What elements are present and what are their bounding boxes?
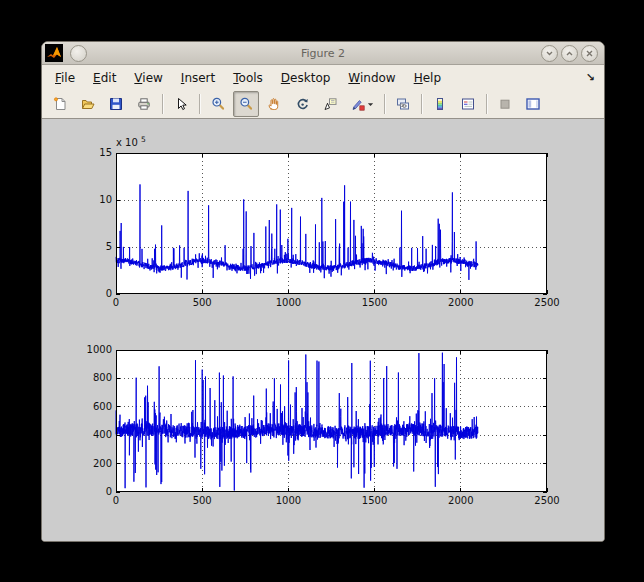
window-title: Figure 2 <box>42 47 604 60</box>
menubar: File Edit View Insert Tools Desktop Wind… <box>42 65 604 90</box>
zoom-out-icon <box>238 96 254 112</box>
insert-colorbar-icon <box>432 96 448 112</box>
toolbar-separator <box>486 94 487 114</box>
x-tick-label: 1500 <box>355 297 395 309</box>
data-cursor-icon <box>322 96 338 112</box>
menu-insert[interactable]: Insert <box>172 68 224 88</box>
dock-figure-arrow-icon[interactable]: ↘ <box>586 71 595 84</box>
print-figure-icon <box>136 96 152 112</box>
save-figure-button[interactable] <box>103 91 129 117</box>
pan-button[interactable] <box>261 91 287 117</box>
menu-view[interactable]: View <box>125 68 171 88</box>
show-plot-tools-icon <box>525 96 541 112</box>
x-tick-label: 2500 <box>527 297 567 309</box>
figure-canvas: 05001000150020002500051015x 10 5 0500100… <box>42 119 604 541</box>
top-plot[interactable]: 05001000150020002500051015x 10 5 <box>116 153 547 294</box>
menu-window[interactable]: Window <box>339 68 404 88</box>
link-plots-icon <box>395 96 411 112</box>
x-tick-label: 2500 <box>527 495 567 507</box>
figure-window: Figure 2 File Edit View <box>41 41 605 542</box>
x-tick-label: 500 <box>182 297 222 309</box>
x-tick-label: 2000 <box>441 297 481 309</box>
x-tick-label: 500 <box>182 495 222 507</box>
rotate-3d-button[interactable] <box>289 91 315 117</box>
titlebar[interactable]: Figure 2 <box>42 42 604 65</box>
y-axis-exponent-label: x 10 5 <box>116 135 146 148</box>
data-cursor-button[interactable] <box>317 91 343 117</box>
toolbar-separator <box>384 94 385 114</box>
figure-toolbar <box>42 90 604 119</box>
x-tick-label: 2000 <box>441 495 481 507</box>
insert-legend-icon <box>460 96 476 112</box>
y-tick-label: 600 <box>78 401 112 413</box>
y-tick-label: 800 <box>78 372 112 384</box>
insert-colorbar-button[interactable] <box>427 91 453 117</box>
open-file-button[interactable] <box>75 91 101 117</box>
pan-icon <box>266 96 282 112</box>
zoom-in-button[interactable] <box>205 91 231 117</box>
print-figure-button[interactable] <box>131 91 157 117</box>
link-plots-button[interactable] <box>390 91 416 117</box>
brush-data-icon <box>350 96 366 112</box>
y-tick-label: 15 <box>78 147 112 159</box>
save-figure-icon <box>108 96 124 112</box>
bottom-plot[interactable]: 0500100015002000250002004006008001000 <box>116 350 547 492</box>
dropdown-arrow-icon[interactable] <box>367 101 374 108</box>
screenshot-background: Figure 2 File Edit View <box>0 0 644 582</box>
y-tick-label: 5 <box>78 241 112 253</box>
zoom-in-icon <box>210 96 226 112</box>
brush-data-button[interactable] <box>345 91 379 117</box>
y-tick-label: 0 <box>78 288 112 300</box>
x-tick-label: 1000 <box>268 495 308 507</box>
rotate-3d-icon <box>294 96 310 112</box>
y-tick-label: 200 <box>78 458 112 470</box>
y-tick-label: 0 <box>78 486 112 498</box>
y-tick-label: 400 <box>78 429 112 441</box>
edit-plot-button[interactable] <box>168 91 194 117</box>
new-figure-icon <box>52 96 68 112</box>
menu-tools[interactable]: Tools <box>224 68 272 88</box>
hide-plot-tools-icon <box>497 96 513 112</box>
menu-file[interactable]: File <box>46 68 84 88</box>
open-file-icon <box>80 96 96 112</box>
edit-plot-icon <box>173 96 189 112</box>
toolbar-separator <box>162 94 163 114</box>
x-tick-label: 1000 <box>268 297 308 309</box>
zoom-out-button[interactable] <box>233 91 259 117</box>
toolbar-separator <box>199 94 200 114</box>
hide-plot-tools-button[interactable] <box>492 91 518 117</box>
menu-edit[interactable]: Edit <box>84 68 125 88</box>
show-plot-tools-button[interactable] <box>520 91 546 117</box>
x-tick-label: 1500 <box>355 495 395 507</box>
insert-legend-button[interactable] <box>455 91 481 117</box>
y-tick-label: 10 <box>78 194 112 206</box>
toolbar-separator <box>421 94 422 114</box>
menu-desktop[interactable]: Desktop <box>272 68 340 88</box>
y-tick-label: 1000 <box>78 344 112 356</box>
new-figure-button[interactable] <box>47 91 73 117</box>
menu-help[interactable]: Help <box>405 68 450 88</box>
